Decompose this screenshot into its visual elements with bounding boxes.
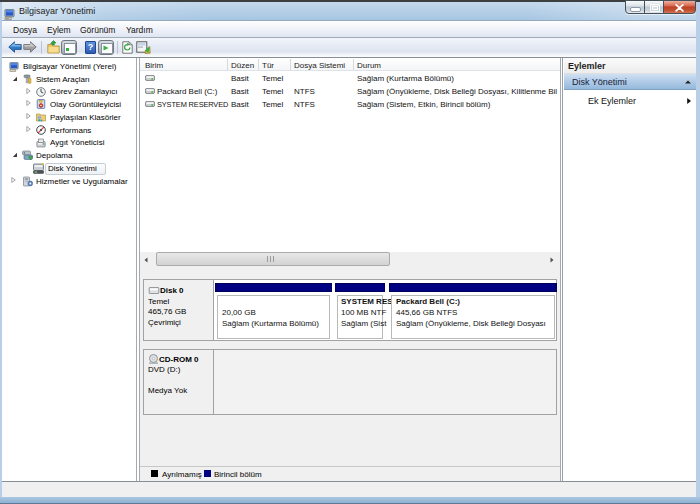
svg-text:22: 22 (38, 116, 42, 120)
